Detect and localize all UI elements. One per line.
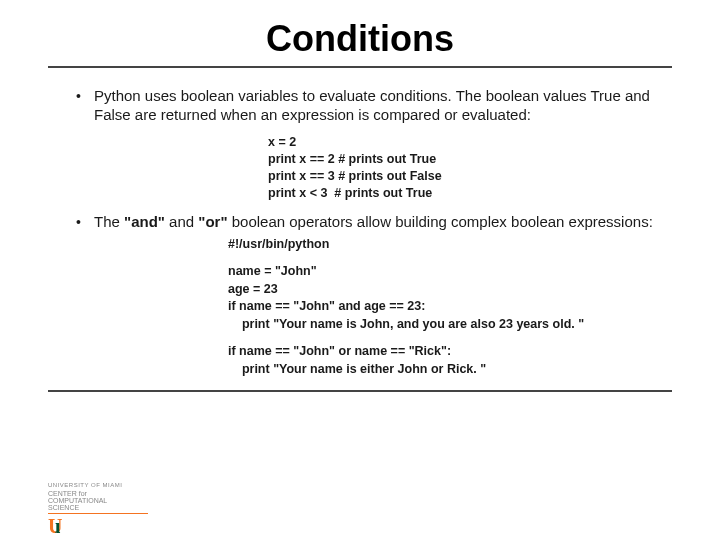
code-line: x = 2 bbox=[268, 134, 672, 151]
code-line: print x < 3 # prints out True bbox=[268, 185, 672, 202]
bullet-1-text: Python uses boolean variables to evaluat… bbox=[94, 86, 672, 124]
code-line: name = "John" bbox=[228, 263, 672, 281]
code-gap bbox=[228, 333, 672, 343]
code-line: print "Your name is John, and you are al… bbox=[228, 316, 672, 334]
footer-rule bbox=[48, 390, 672, 392]
bullet-1-row: • Python uses boolean variables to evalu… bbox=[76, 86, 672, 124]
bullet-mark: • bbox=[76, 212, 94, 232]
code-block-1: x = 2 print x == 2 # prints out True pri… bbox=[268, 134, 672, 202]
um-logo-icon: U bbox=[48, 516, 62, 536]
footer-univ-line: UNIVERSITY OF MIAMI bbox=[48, 482, 122, 488]
footer-sci-line: SCIENCE bbox=[48, 504, 79, 511]
bullet-2-block: • The "and" and "or" boolean operators a… bbox=[48, 212, 672, 379]
slide: Conditions • Python uses boolean variabl… bbox=[0, 0, 720, 540]
slide-title: Conditions bbox=[48, 18, 672, 62]
code-line: print x == 2 # prints out True bbox=[268, 151, 672, 168]
code-gap bbox=[228, 253, 672, 263]
footer-logo-block: UNIVERSITY OF MIAMI CENTER for COMPUTATI… bbox=[48, 482, 148, 530]
code-line: print x == 3 # prints out False bbox=[268, 168, 672, 185]
bullet-1-block: • Python uses boolean variables to evalu… bbox=[48, 86, 672, 202]
title-underline bbox=[48, 66, 672, 68]
footer-orange-rule bbox=[48, 513, 148, 514]
bullet-2-row: • The "and" and "or" boolean operators a… bbox=[76, 212, 672, 232]
code-line: age = 23 bbox=[228, 281, 672, 299]
code-line: #!/usr/bin/python bbox=[228, 236, 672, 254]
footer-center-line: CENTER for bbox=[48, 490, 87, 497]
footer-comp-line: COMPUTATIONAL bbox=[48, 497, 107, 504]
code-block-2: #!/usr/bin/python name = "John" age = 23… bbox=[228, 236, 672, 379]
bullet-2-text: The "and" and "or" boolean operators all… bbox=[94, 212, 672, 232]
code-line: if name == "John" and age == 23: bbox=[228, 298, 672, 316]
bullet-mark: • bbox=[76, 86, 94, 124]
code-line: if name == "John" or name == "Rick": bbox=[228, 343, 672, 361]
code-line: print "Your name is either John or Rick.… bbox=[228, 361, 672, 379]
